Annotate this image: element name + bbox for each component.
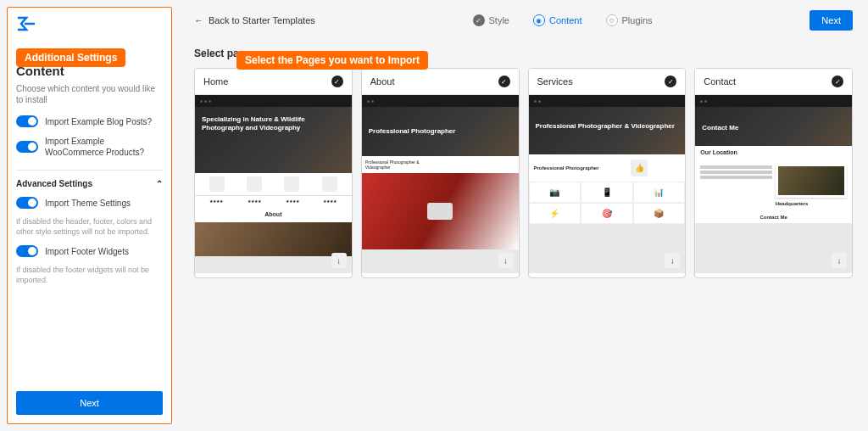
check-icon: ✓ — [473, 14, 485, 26]
card-head: Services ✓ — [529, 69, 686, 95]
preview-hero: Specializing in Nature & Wildlife Photog… — [195, 107, 352, 173]
arrow-left-icon: ← — [194, 15, 203, 25]
cube-icon: 📦 — [633, 203, 686, 224]
advanced-settings-header[interactable]: Advanced Settings ⌃ — [16, 170, 163, 188]
chart-icon: 📊 — [633, 182, 686, 203]
toggle-woo[interactable] — [16, 141, 38, 153]
step-content-label: Content — [549, 15, 582, 25]
step-style[interactable]: ✓ Style — [473, 14, 509, 26]
step-style-label: Style — [489, 15, 509, 25]
back-label: Back to Starter Templates — [209, 15, 315, 25]
step-plugins-label: Plugins — [622, 15, 653, 25]
sidebar-description: Choose which content you would like to i… — [16, 83, 163, 105]
brand-logo — [16, 16, 36, 31]
preview-section-title: Professional Photographer & Videographer — [362, 156, 440, 173]
step-content[interactable]: ◉ Content — [533, 14, 582, 26]
card-head: Home ✓ — [195, 69, 352, 95]
toggle-row-woo: Import Example WooCommerce Products? — [16, 136, 163, 158]
check-icon[interactable]: ✓ — [331, 76, 343, 87]
card-preview: Professional Photographer Professional P… — [362, 95, 519, 273]
card-name: Services — [537, 76, 573, 87]
sidebar-next-button[interactable]: Next — [16, 391, 163, 415]
preview-two-col: Professional Photographer & Videographer — [362, 156, 519, 173]
preview-icon-grid: 📷📱📊 ⚡🎯📦 — [529, 182, 686, 224]
chevron-up-icon: ⌃ — [156, 179, 163, 188]
check-icon[interactable]: ✓ — [832, 76, 843, 87]
toggle-footer-label: Import Footer Widgets — [45, 246, 129, 257]
preview-section-title: Our Location — [695, 146, 852, 159]
toggle-blog-label: Import Example Blog Posts? — [45, 116, 152, 127]
page-card-services[interactable]: Services ✓ Professional Photographer & V… — [528, 68, 687, 278]
preview-contact-image: Headquarters — [776, 164, 847, 206]
main-area: ← Back to Starter Templates ✓ Style ◉ Co… — [179, 0, 868, 431]
toggle-row-blog: Import Example Blog Posts? — [16, 115, 163, 127]
footer-desc: If disabled the footer widgets will not … — [16, 266, 163, 285]
page-card-contact[interactable]: Contact ✓ Contact Me Our Location — [694, 68, 853, 278]
arrow-down-icon: ↓ — [832, 253, 847, 268]
toggle-row-footer: Import Footer Widgets — [16, 245, 163, 257]
preview-hero: Professional Photographer & Videographer — [529, 107, 686, 154]
back-link[interactable]: ← Back to Starter Templates — [194, 15, 315, 25]
preview-section-title-3: Contact Me — [695, 211, 852, 223]
theme-desc: If disabled the header, footer, colors a… — [16, 217, 163, 237]
next-button[interactable]: Next — [810, 10, 853, 31]
preview-logo-row — [195, 173, 352, 196]
preview-hero-title: Specializing in Nature & Wildlife Photog… — [202, 115, 345, 132]
preview-section-title-2: Headquarters — [776, 201, 847, 206]
phone-icon: 📱 — [581, 182, 633, 203]
preview-hero: Contact Me — [695, 107, 852, 146]
preview-navbar — [529, 95, 686, 107]
card-name: Contact — [704, 76, 736, 87]
step-indicator: ✓ Style ◉ Content ⚙ Plugins — [473, 14, 653, 26]
dot-icon: ◉ — [533, 14, 545, 26]
arrow-down-icon: ↓ — [498, 253, 514, 268]
card-preview: Specializing in Nature & Wildlife Photog… — [195, 95, 352, 273]
preview-navbar — [362, 95, 519, 107]
card-name: About — [370, 76, 395, 87]
card-head: Contact ✓ — [695, 69, 852, 95]
topbar: ← Back to Starter Templates ✓ Style ◉ Co… — [194, 10, 853, 31]
preview-image — [195, 222, 352, 256]
toggle-blog[interactable] — [16, 115, 38, 127]
callout-select-pages: Select the Pages you want to Import — [236, 51, 428, 70]
preview-hero: Professional Photographer — [362, 107, 519, 156]
preview-contact-info — [700, 164, 771, 206]
camera-icon: 📷 — [529, 182, 581, 203]
card-head: About ✓ — [362, 69, 519, 95]
preview-hero-title: Contact Me — [702, 124, 845, 132]
card-preview: Contact Me Our Location Headquarters — [695, 95, 852, 273]
preview-section-title: Professional Photographer — [534, 165, 599, 171]
toggle-woo-label: Import Example WooCommerce Products? — [45, 136, 163, 158]
advanced-settings-label: Advanced Settings — [16, 179, 92, 188]
check-icon[interactable]: ✓ — [665, 76, 676, 87]
card-preview: Professional Photographer & Videographer… — [529, 95, 686, 273]
toggle-row-theme: Import Theme Settings — [16, 197, 163, 209]
preview-contact-body: Headquarters — [695, 159, 852, 211]
step-plugins[interactable]: ⚙ Plugins — [606, 14, 653, 26]
target-icon: 🎯 — [581, 203, 633, 224]
preview-hero-title: Professional Photographer & Videographer — [536, 122, 679, 131]
bolt-icon: ⚡ — [529, 203, 581, 224]
preview-stars-row: ★★★★★★★★★★★★★★★★ — [195, 196, 352, 206]
arrow-down-icon: ↓ — [665, 253, 680, 268]
page-card-home[interactable]: Home ✓ Specializing in Nature & Wildlife… — [194, 68, 353, 278]
arrow-down-icon: ↓ — [331, 253, 347, 268]
preview-navbar — [195, 95, 352, 107]
callout-additional-settings: Additional Settings — [16, 48, 125, 67]
plug-icon: ⚙ — [606, 14, 618, 26]
preview-image — [362, 173, 519, 249]
camera-icon — [427, 203, 453, 220]
sidebar-panel: Additional Settings Content Choose which… — [7, 7, 172, 424]
thumbs-up-icon: 👍 — [631, 160, 648, 176]
page-card-about[interactable]: About ✓ Professional Photographer Profes… — [361, 68, 520, 278]
preview-subhead: Professional Photographer 👍 — [529, 154, 686, 182]
preview-navbar — [695, 95, 852, 107]
preview-section-title: About — [195, 206, 352, 222]
card-name: Home — [203, 76, 228, 87]
toggle-theme-label: Import Theme Settings — [45, 198, 131, 209]
preview-hero-title: Professional Photographer — [369, 127, 512, 136]
toggle-theme[interactable] — [16, 197, 38, 209]
toggle-footer[interactable] — [16, 245, 38, 257]
check-icon[interactable]: ✓ — [498, 76, 510, 87]
page-cards: Home ✓ Specializing in Nature & Wildlife… — [194, 68, 853, 278]
